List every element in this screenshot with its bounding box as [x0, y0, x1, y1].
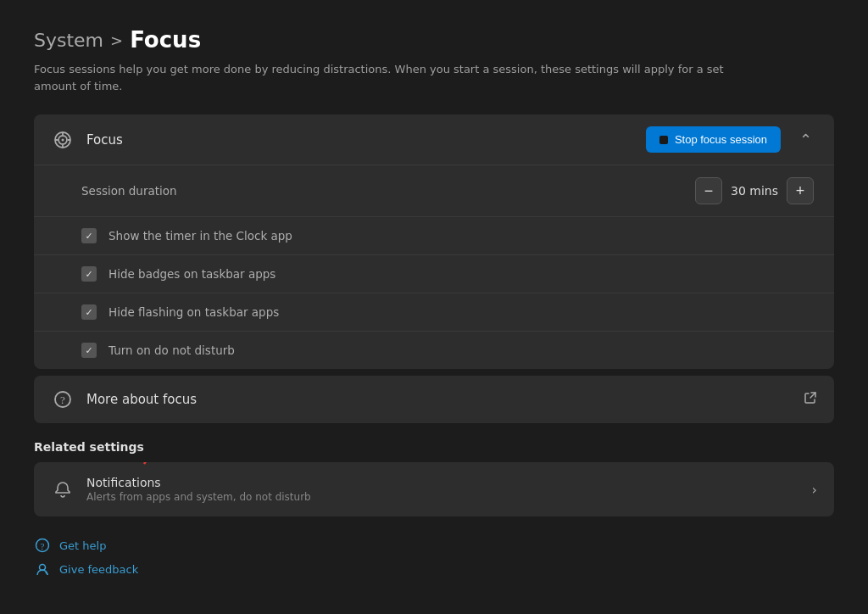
checkmark-icon: ✓ — [85, 345, 92, 356]
checkbox-row-badges[interactable]: ✓ Hide badges on taskbar apps — [34, 255, 834, 293]
focus-card-title: Focus — [86, 132, 646, 148]
svg-text:?: ? — [41, 541, 45, 551]
notifications-subtitle: Alerts from apps and system, do not dist… — [86, 491, 812, 503]
session-duration-row: Session duration − 30 mins + — [34, 165, 834, 217]
checkbox-dnd-label: Turn on do not disturb — [108, 343, 235, 357]
checkbox-dnd[interactable]: ✓ — [81, 343, 97, 358]
duration-minus-button[interactable]: − — [695, 177, 722, 204]
checkbox-timer-label: Show the timer in the Clock app — [108, 229, 292, 243]
session-duration-label: Session duration — [81, 184, 695, 198]
focus-icon — [51, 128, 75, 152]
bell-icon — [51, 477, 75, 501]
more-about-row[interactable]: ? More about focus — [34, 376, 834, 423]
bottom-links: ? Get help Give feedback — [34, 537, 834, 578]
help-circle-icon: ? — [51, 388, 75, 411]
duration-value: 30 mins — [731, 184, 778, 198]
notifications-card[interactable]: Notifications Alerts from apps and syste… — [34, 462, 834, 516]
svg-point-2 — [62, 138, 64, 141]
breadcrumb-current: Focus — [130, 27, 201, 53]
checkmark-icon: ✓ — [85, 307, 92, 318]
notifications-row[interactable]: Notifications Alerts from apps and syste… — [34, 462, 834, 516]
focus-card: Focus Stop focus session ⌃ Session durat… — [34, 114, 834, 369]
chevron-right-icon: › — [812, 482, 817, 498]
give-feedback-link[interactable]: Give feedback — [34, 561, 834, 578]
breadcrumb-separator: > — [110, 31, 123, 49]
get-help-icon: ? — [34, 537, 51, 554]
stop-dot-icon — [659, 136, 668, 144]
duration-controls: − 30 mins + — [695, 177, 814, 204]
more-about-card[interactable]: ? More about focus — [34, 376, 834, 423]
checkmark-icon: ✓ — [85, 231, 92, 242]
focus-card-header: Focus Stop focus session ⌃ — [34, 114, 834, 165]
checkbox-badges-label: Hide badges on taskbar apps — [108, 267, 275, 281]
checkbox-flashing[interactable]: ✓ — [81, 304, 97, 320]
give-feedback-icon — [34, 561, 51, 578]
get-help-label: Get help — [59, 539, 106, 552]
breadcrumb-system[interactable]: System — [34, 30, 103, 51]
collapse-button[interactable]: ⌃ — [794, 127, 817, 153]
get-help-link[interactable]: ? Get help — [34, 537, 834, 554]
give-feedback-label: Give feedback — [59, 563, 138, 576]
checkbox-timer[interactable]: ✓ — [81, 228, 97, 243]
checkbox-row-dnd[interactable]: ✓ Turn on do not disturb — [34, 332, 834, 369]
related-settings-section: Related settings Notifications Alerts fr… — [34, 440, 834, 516]
checkbox-row-flashing[interactable]: ✓ Hide flashing on taskbar apps — [34, 293, 834, 332]
stop-focus-session-button[interactable]: Stop focus session — [646, 126, 781, 153]
related-settings-title: Related settings — [34, 440, 834, 454]
stop-button-label: Stop focus session — [675, 133, 767, 146]
external-link-icon — [804, 391, 817, 408]
page-description: Focus sessions help you get more done by… — [34, 61, 763, 94]
more-about-label: More about focus — [86, 392, 804, 407]
duration-plus-button[interactable]: + — [787, 177, 814, 204]
notifications-title: Notifications — [86, 476, 812, 489]
plus-icon: + — [796, 183, 805, 198]
breadcrumb: System > Focus — [34, 27, 834, 53]
notifications-text: Notifications Alerts from apps and syste… — [86, 476, 812, 503]
checkmark-icon: ✓ — [85, 269, 92, 280]
chevron-up-icon: ⌃ — [799, 131, 812, 149]
checkbox-flashing-label: Hide flashing on taskbar apps — [108, 305, 279, 319]
checkbox-badges[interactable]: ✓ — [81, 266, 97, 282]
minus-icon: − — [704, 183, 714, 198]
svg-text:?: ? — [60, 394, 65, 406]
checkbox-row-timer[interactable]: ✓ Show the timer in the Clock app — [34, 217, 834, 255]
